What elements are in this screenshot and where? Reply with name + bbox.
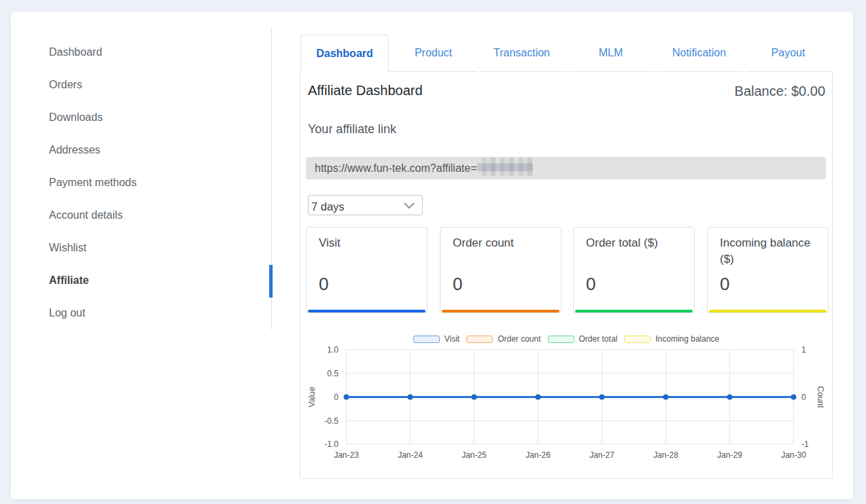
- svg-text:0: 0: [334, 393, 339, 402]
- svg-text:-0.5: -0.5: [324, 416, 339, 426]
- svg-text:Value: Value: [307, 386, 317, 407]
- svg-text:Jan-23: Jan-23: [334, 450, 359, 460]
- svg-text:Jan-29: Jan-29: [717, 450, 742, 460]
- svg-text:1: 1: [801, 345, 806, 355]
- svg-text:-1.0: -1.0: [324, 439, 339, 449]
- svg-text:Jan-27: Jan-27: [589, 450, 614, 460]
- svg-text:Jan-24: Jan-24: [398, 450, 423, 460]
- svg-text:0: 0: [801, 393, 806, 402]
- svg-text:Jan-26: Jan-26: [525, 450, 551, 460]
- svg-text:Count: Count: [816, 386, 825, 408]
- svg-text:Jan-25: Jan-25: [462, 450, 487, 460]
- svg-text:Jan-30: Jan-30: [781, 450, 806, 460]
- svg-text:Jan-28: Jan-28: [653, 450, 678, 460]
- svg-text:1.0: 1.0: [327, 345, 339, 355]
- svg-text:0.5: 0.5: [327, 369, 339, 378]
- svg-text:-1: -1: [801, 439, 809, 449]
